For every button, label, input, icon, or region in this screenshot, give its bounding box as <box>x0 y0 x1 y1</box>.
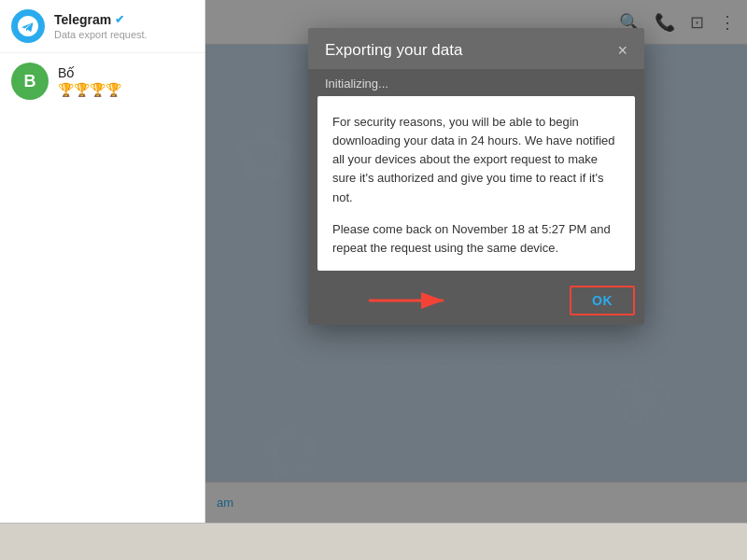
sidebar-item-bo-trophies: 🏆🏆🏆🏆 <box>58 82 121 97</box>
modal-header: Exporting your data × <box>308 28 644 69</box>
modal-paragraph-2: Please come back on November 18 at 5:27 … <box>332 220 620 258</box>
sidebar-header: Telegram ✔ Data export request. <box>0 0 204 53</box>
sidebar-item-bo[interactable]: B Bố 🏆🏆🏆🏆 <box>0 53 204 109</box>
verified-icon: ✔ <box>115 13 124 26</box>
header-title: Telegram ✔ <box>54 12 148 27</box>
close-icon[interactable]: × <box>617 42 627 59</box>
modal-status: Initializing... <box>308 69 644 96</box>
header-subtitle: Data export request. <box>54 29 148 40</box>
modal-overlay: Exporting your data × Initializing... Fo… <box>205 0 747 523</box>
app-container: Telegram ✔ Data export request. B Bố 🏆🏆🏆… <box>0 0 747 523</box>
modal-title: Exporting your data <box>325 41 462 60</box>
taskbar <box>0 523 747 560</box>
sidebar: Telegram ✔ Data export request. B Bố 🏆🏆🏆… <box>0 0 205 523</box>
modal-paragraph-1: For security reasons, you will be able t… <box>332 113 620 207</box>
ok-button[interactable]: OK <box>570 286 635 315</box>
sidebar-item-bo-name: Bố <box>58 65 121 80</box>
arrow-indicator <box>364 282 458 319</box>
avatar-bo: B <box>11 63 49 100</box>
export-modal: Exporting your data × Initializing... Fo… <box>308 28 644 325</box>
arrow-svg <box>364 282 458 319</box>
chat-area: 🔍 📞 ⊡ ⋮ ✿ ❀ ✿ ❀ ✿ ❀ am <box>205 0 747 523</box>
header-text: Telegram ✔ Data export request. <box>54 12 148 40</box>
modal-footer: OK <box>308 280 644 325</box>
telegram-logo <box>11 9 45 43</box>
modal-body: For security reasons, you will be able t… <box>317 96 635 271</box>
sidebar-item-bo-content: Bố 🏆🏆🏆🏆 <box>58 65 121 97</box>
